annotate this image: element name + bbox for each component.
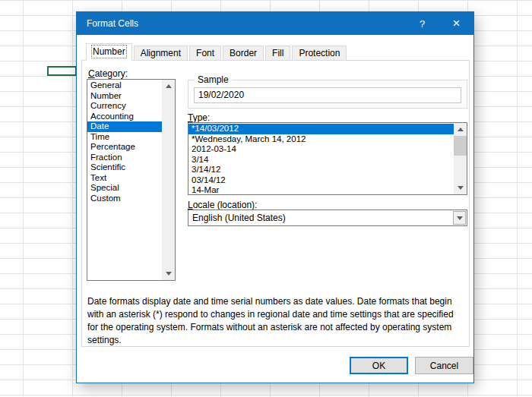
dropdown-button[interactable] bbox=[453, 211, 466, 225]
list-item[interactable]: 03/14/12 bbox=[188, 175, 454, 186]
list-item[interactable]: Number bbox=[87, 91, 162, 102]
list-item[interactable]: 3/14 bbox=[188, 155, 454, 165]
tab-number[interactable]: Number bbox=[86, 43, 132, 61]
list-item[interactable]: Accounting bbox=[87, 112, 162, 122]
list-item[interactable]: Time bbox=[87, 132, 162, 143]
arrow-down-icon bbox=[166, 272, 172, 276]
scroll-up-button[interactable] bbox=[162, 80, 175, 93]
tab-label: Border bbox=[230, 48, 257, 58]
scroll-down-button[interactable] bbox=[162, 267, 175, 280]
tab-border[interactable]: Border bbox=[223, 46, 264, 61]
list-item[interactable]: *Wednesday, March 14, 2012 bbox=[188, 134, 454, 145]
scrollbar-thumb[interactable] bbox=[454, 136, 467, 156]
format-description: Date formats display date and time seria… bbox=[87, 295, 464, 347]
titlebar-buttons: ? × bbox=[405, 12, 473, 35]
selected-cell bbox=[47, 66, 77, 76]
chevron-down-icon bbox=[457, 216, 463, 220]
list-item[interactable]: Currency bbox=[87, 101, 162, 112]
list-item[interactable]: 3/14/12 bbox=[188, 165, 454, 175]
dialog-titlebar[interactable]: Format Cells ? × bbox=[77, 12, 473, 35]
tab-fill[interactable]: Fill bbox=[265, 46, 290, 61]
help-button[interactable]: ? bbox=[405, 12, 439, 35]
scroll-up-button[interactable] bbox=[454, 123, 467, 136]
list-item[interactable]: Fraction bbox=[87, 153, 162, 163]
tab-protection[interactable]: Protection bbox=[292, 46, 347, 61]
type-listbox[interactable]: *14/03/2012*Wednesday, March 14, 2012201… bbox=[188, 122, 467, 195]
format-cells-dialog: Format Cells ? × NumberAlignmentFontBord… bbox=[76, 11, 474, 383]
list-item[interactable]: 2012-03-14 bbox=[188, 144, 454, 155]
list-item[interactable]: Custom bbox=[87, 194, 162, 204]
list-item[interactable]: Text bbox=[87, 173, 162, 184]
list-item[interactable]: Percentage bbox=[87, 142, 162, 153]
tab-label: Font bbox=[196, 48, 214, 58]
locale-dropdown[interactable]: English (United States) bbox=[188, 210, 467, 226]
list-item[interactable]: *14/03/2012 bbox=[188, 124, 454, 134]
help-icon: ? bbox=[420, 18, 425, 30]
tab-label: Protection bbox=[299, 48, 340, 58]
category-list: GeneralNumberCurrencyAccountingDateTimeP… bbox=[87, 80, 162, 280]
locale-label: Locale (location): bbox=[188, 200, 257, 210]
tab-alignment[interactable]: Alignment bbox=[134, 46, 188, 61]
tab-strip: NumberAlignmentFontBorderFillProtection bbox=[86, 43, 348, 61]
category-label: Category: bbox=[88, 68, 128, 79]
dialog-title: Format Cells bbox=[77, 18, 138, 29]
category-scrollbar[interactable] bbox=[162, 80, 175, 280]
list-item[interactable]: Scientific bbox=[87, 162, 162, 173]
sample-groupbox: Sample 19/02/2020 bbox=[188, 80, 467, 109]
close-button[interactable]: × bbox=[439, 12, 473, 35]
arrow-up-icon bbox=[166, 84, 172, 88]
ok-button[interactable]: OK bbox=[350, 357, 408, 374]
type-label: Type: bbox=[188, 112, 210, 123]
close-icon: × bbox=[453, 16, 461, 31]
tab-font[interactable]: Font bbox=[189, 46, 221, 61]
tab-label: Fill bbox=[272, 48, 283, 58]
number-tab-page: Category: GeneralNumberCurrencyAccountin… bbox=[81, 60, 470, 347]
sample-group-label: Sample bbox=[195, 74, 232, 85]
type-scrollbar[interactable] bbox=[454, 123, 467, 194]
list-item[interactable]: Date bbox=[87, 121, 162, 132]
tab-label: Number bbox=[93, 46, 125, 57]
type-list: *14/03/2012*Wednesday, March 14, 2012201… bbox=[188, 124, 454, 194]
scroll-down-button[interactable] bbox=[454, 181, 467, 194]
locale-selected-value: English (United States) bbox=[192, 210, 286, 225]
arrow-down-icon bbox=[458, 186, 464, 190]
list-item[interactable]: General bbox=[87, 80, 162, 91]
cancel-button[interactable]: Cancel bbox=[415, 357, 473, 374]
sample-value: 19/02/2020 bbox=[194, 87, 461, 103]
list-item[interactable]: 14-Mar bbox=[188, 185, 454, 195]
arrow-up-icon bbox=[458, 128, 464, 131]
category-listbox[interactable]: GeneralNumberCurrencyAccountingDateTimeP… bbox=[87, 79, 176, 281]
list-item[interactable]: Special bbox=[87, 183, 162, 194]
tab-label: Alignment bbox=[141, 48, 181, 58]
